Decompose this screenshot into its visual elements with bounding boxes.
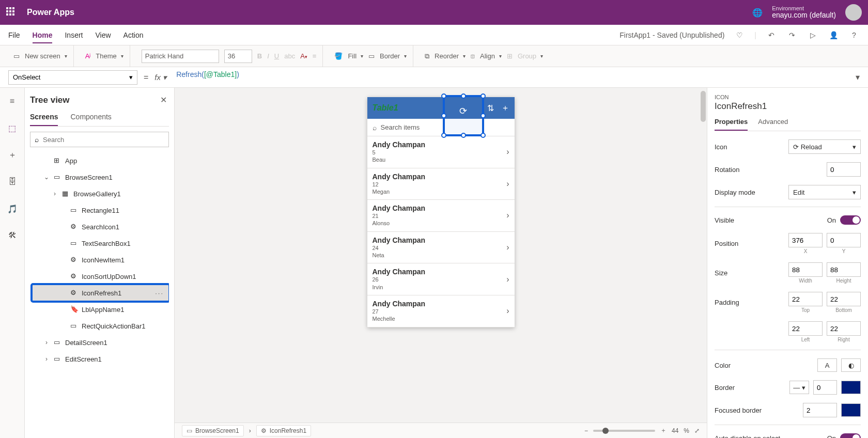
expand-closed-icon[interactable]: ›	[42, 338, 51, 347]
border-button[interactable]: Border	[380, 52, 407, 60]
formula-input[interactable]: Refresh([@Table1])	[176, 70, 849, 85]
header-sort-icon[interactable]: ⇅	[487, 103, 494, 113]
rail-media-icon[interactable]: 🎵	[6, 202, 19, 215]
tree-item[interactable]: ⚙IconSortUpDown1	[32, 268, 169, 285]
tree-item[interactable]: ▭Rectangle11	[32, 202, 169, 218]
rail-data-icon[interactable]: 🗄	[6, 176, 19, 188]
props-tab-advanced[interactable]: Advanced	[758, 118, 788, 131]
gallery-item[interactable]: Andy Champan26Irvin›	[367, 263, 515, 295]
tree-item[interactable]: ›▭EditScreen1	[32, 351, 169, 367]
strike-button[interactable]: abc	[284, 52, 295, 60]
share-icon[interactable]: 👤	[828, 29, 839, 41]
expand-open-icon[interactable]: ⌄	[42, 173, 51, 181]
user-avatar[interactable]	[845, 4, 862, 21]
breadcrumb-screen[interactable]: ▭ BrowseScreen1	[182, 425, 244, 436]
fx-icon[interactable]: fx ▾	[154, 73, 167, 82]
font-color-button[interactable]: A▾	[300, 52, 307, 60]
chevron-right-icon[interactable]: ›	[506, 306, 509, 316]
prop-pos-x[interactable]	[788, 233, 823, 247]
zoom-in-icon[interactable]: ＋	[660, 426, 667, 435]
refresh-icon[interactable]: ⟳	[459, 105, 467, 117]
expand-closed-icon[interactable]: ›	[42, 355, 51, 363]
bold-button[interactable]: B	[257, 52, 262, 60]
reorder-button[interactable]: Reorder	[435, 52, 466, 60]
menu-view[interactable]: View	[95, 31, 111, 39]
fit-icon[interactable]: ⤢	[694, 427, 700, 434]
menu-insert[interactable]: Insert	[65, 31, 83, 39]
new-screen-button[interactable]: New screen	[25, 52, 67, 60]
tree-item[interactable]: ▭TextSearchBox1	[32, 235, 169, 252]
prop-focused-color[interactable]	[841, 403, 861, 417]
gallery-item[interactable]: Andy Champan12Megan›	[367, 168, 515, 200]
text-align-button[interactable]: ≡	[313, 52, 317, 60]
redo-icon[interactable]: ↷	[786, 29, 798, 41]
gallery-item[interactable]: Andy Champan5Beau›	[367, 136, 515, 168]
expand-closed-icon[interactable]: ›	[51, 190, 59, 198]
tree-item[interactable]: 🔖LblAppName1	[32, 301, 169, 318]
tree-tab-screens[interactable]: Screens	[30, 113, 58, 126]
prop-border-style[interactable]: — ▾	[789, 381, 809, 394]
prop-autodisable-toggle[interactable]	[840, 433, 861, 438]
canvas-scrollbar[interactable]	[700, 88, 707, 423]
prop-icon-select[interactable]: ⟳ Reload▾	[788, 139, 861, 154]
help-icon[interactable]: ?	[848, 29, 860, 41]
zoom-out-icon[interactable]: −	[584, 427, 588, 434]
undo-icon[interactable]: ↶	[766, 29, 777, 41]
property-dropdown[interactable]: OnSelect ▾	[8, 70, 137, 85]
tree-item[interactable]: ›▦BrowseGallery1	[32, 185, 169, 202]
prop-focused-width[interactable]	[803, 403, 837, 417]
prop-visible-toggle[interactable]	[840, 215, 861, 225]
app-search-row[interactable]: Search items	[367, 119, 515, 136]
prop-pos-y[interactable]	[827, 233, 861, 247]
rail-treeview-icon[interactable]: ⬚	[6, 122, 19, 134]
prop-color-picker[interactable]: ◐	[841, 358, 861, 372]
prop-size-w[interactable]	[788, 262, 823, 277]
prop-size-h[interactable]	[827, 262, 861, 277]
prop-pad-right[interactable]	[827, 321, 861, 336]
group-button[interactable]: Group	[518, 52, 543, 60]
font-size-input[interactable]	[224, 50, 252, 63]
tree-item[interactable]: ⚙SearchIcon1	[32, 218, 169, 235]
rail-insert-icon[interactable]: ＋	[6, 149, 19, 161]
chevron-right-icon[interactable]: ›	[506, 275, 509, 284]
props-tab-properties[interactable]: Properties	[715, 118, 748, 131]
header-add-icon[interactable]: ＋	[501, 103, 509, 114]
tree-item[interactable]: ⚙IconRefresh1···	[32, 285, 169, 301]
zoom-slider[interactable]	[593, 430, 655, 432]
prop-border-color[interactable]	[841, 381, 861, 394]
chevron-right-icon[interactable]: ›	[506, 147, 509, 157]
canvas[interactable]: ⟳ Table1 ⇅ ＋ Search items Andy Champan5B…	[175, 88, 707, 438]
chevron-right-icon[interactable]: ›	[506, 243, 509, 252]
prop-color-text[interactable]: A	[817, 358, 837, 372]
tree-item[interactable]: ⊞App	[32, 152, 169, 169]
tree-item[interactable]: ▭RectQuickActionBar1	[32, 318, 169, 334]
tree-item[interactable]: ⚙IconNewItem1	[32, 252, 169, 268]
selection-handles[interactable]: ⟳	[443, 95, 484, 136]
prop-pad-top[interactable]	[788, 292, 823, 306]
rail-tools-icon[interactable]: 🛠	[6, 229, 19, 242]
tree-item-more-icon[interactable]: ···	[155, 289, 164, 297]
rail-hamburger-icon[interactable]: ≡	[6, 95, 19, 107]
tree-search-input[interactable]	[43, 136, 164, 144]
fill-button[interactable]: Fill	[348, 52, 363, 60]
theme-button[interactable]: Theme	[96, 52, 123, 60]
gallery-item[interactable]: Andy Champan21Alonso›	[367, 200, 515, 232]
chevron-right-icon[interactable]: ›	[506, 179, 509, 189]
play-icon[interactable]: ▷	[807, 29, 818, 41]
prop-pad-bottom[interactable]	[827, 292, 861, 306]
prop-border-width[interactable]	[813, 380, 837, 395]
environment-name[interactable]: enayu.com (default)	[772, 11, 836, 19]
breadcrumb-control[interactable]: ⚙ IconRefresh1	[256, 425, 311, 436]
gallery-item[interactable]: Andy Champan24Neta›	[367, 232, 515, 264]
menu-home[interactable]: Home	[33, 31, 53, 43]
menu-action[interactable]: Action	[123, 31, 144, 39]
italic-button[interactable]: I	[267, 52, 269, 60]
align-button[interactable]: Align	[480, 52, 502, 60]
app-launcher-icon[interactable]	[6, 7, 17, 18]
app-checker-icon[interactable]: ♡	[734, 29, 745, 41]
underline-button[interactable]: U	[274, 52, 279, 60]
gallery-item[interactable]: Andy Champan27Mechelle›	[367, 295, 515, 327]
tree-tab-components[interactable]: Components	[70, 113, 111, 126]
tree-item[interactable]: ⌄▭BrowseScreen1	[32, 169, 169, 185]
prop-rotation-input[interactable]	[827, 162, 861, 177]
